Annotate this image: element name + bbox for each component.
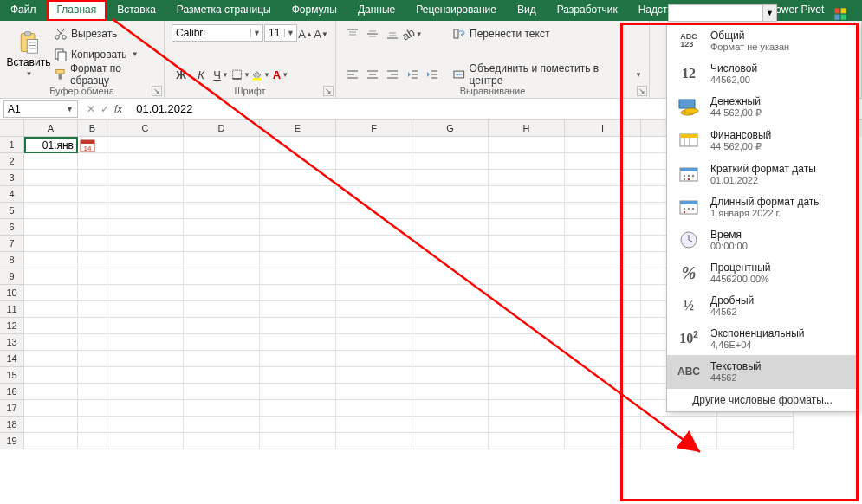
dialog-launcher-icon[interactable]: ↘ [152,86,162,96]
cell[interactable] [184,236,260,252]
cell[interactable] [260,318,336,334]
cell[interactable] [336,334,412,351]
cell[interactable] [24,367,78,384]
smart-tag-icon[interactable]: 14 [80,138,97,152]
cell[interactable] [260,153,336,170]
cell[interactable] [107,285,184,301]
cell[interactable] [78,400,107,417]
align-bottom-button[interactable] [383,24,402,43]
cell[interactable] [336,236,412,252]
col-header-A[interactable]: A [24,120,78,137]
cell[interactable] [24,318,78,334]
cell[interactable] [260,367,336,384]
cell[interactable] [260,170,336,186]
cell[interactable] [107,203,184,219]
cell[interactable] [260,400,336,417]
cell[interactable] [336,170,412,186]
cell[interactable] [489,433,565,449]
cell[interactable] [565,384,641,400]
copy-button[interactable]: Копировать▼ [54,45,157,64]
cell[interactable] [78,268,107,285]
italic-button[interactable]: К [191,65,211,84]
cell[interactable] [489,219,565,236]
cell[interactable] [107,318,184,334]
number-format-longdate[interactable]: Длинный формат даты1 января 2022 г. [667,191,858,223]
tab-file[interactable]: Файл [0,0,47,21]
cell[interactable] [107,334,184,351]
cell[interactable] [78,367,107,384]
col-header-I[interactable]: I [565,120,641,137]
number-format-more[interactable]: Другие числовые форматы... [667,388,858,411]
row-header-18[interactable]: 18 [0,417,24,433]
col-header-G[interactable]: G [412,120,489,137]
row-headers[interactable]: 12345678910111213141516171819 [0,137,24,449]
bold-button[interactable]: Ж [172,65,191,84]
cell[interactable] [336,285,412,301]
cell[interactable] [565,351,641,367]
cell[interactable] [260,285,336,301]
cell[interactable] [107,351,184,367]
cell[interactable] [412,153,489,170]
cell[interactable] [412,268,489,285]
cell[interactable] [336,153,412,170]
cell[interactable] [565,301,641,318]
row-header-7[interactable]: 7 [0,236,24,252]
row-header-2[interactable]: 2 [0,153,24,170]
conditional-formatting-button[interactable] [831,4,850,23]
cell[interactable] [24,153,78,170]
cell[interactable] [24,334,78,351]
cell[interactable] [412,334,489,351]
cell[interactable] [336,367,412,384]
cell[interactable] [641,433,717,449]
row-header-5[interactable]: 5 [0,203,24,219]
number-format-number[interactable]: 12Числовой44562,00 [667,57,858,90]
cell[interactable] [260,186,336,203]
select-all-corner[interactable] [0,120,24,137]
border-button[interactable]: ▼ [231,65,250,84]
cell[interactable] [24,285,78,301]
cell[interactable] [717,433,794,449]
cell[interactable] [24,252,78,268]
cell[interactable] [24,351,78,367]
chevron-down-icon[interactable]: ▼ [250,29,262,37]
cell[interactable] [184,252,260,268]
cell[interactable] [184,384,260,400]
cell[interactable] [78,236,107,252]
number-format-accounting[interactable]: Финансовый 44 562,00 ₽ [667,124,858,158]
underline-button[interactable]: Ч▼ [211,65,230,84]
cell[interactable] [336,186,412,203]
row-header-9[interactable]: 9 [0,268,24,285]
cell[interactable] [565,170,641,186]
cell[interactable] [489,236,565,252]
col-header-C[interactable]: C [107,120,184,137]
cell[interactable] [565,203,641,219]
cell[interactable] [412,236,489,252]
row-header-17[interactable]: 17 [0,400,24,417]
cell[interactable] [336,137,412,153]
tab-home[interactable]: Главная [47,0,107,21]
cell[interactable] [412,318,489,334]
cell[interactable] [260,384,336,400]
chevron-down-icon[interactable]: ▼ [66,105,74,113]
cell[interactable] [336,301,412,318]
col-header-H[interactable]: H [489,120,565,137]
enter-icon[interactable]: ✓ [100,103,109,115]
cell[interactable] [412,384,489,400]
cell[interactable] [184,351,260,367]
cell[interactable] [336,400,412,417]
chevron-down-icon[interactable]: ▼ [762,5,776,21]
cell[interactable] [489,417,565,433]
number-format-shortdate[interactable]: Краткий формат даты01.01.2022 [667,158,858,191]
align-middle-button[interactable] [363,24,382,43]
cell[interactable] [24,170,78,186]
align-top-button[interactable] [343,24,362,43]
cell[interactable] [489,400,565,417]
cell[interactable] [24,433,78,449]
cell[interactable] [78,384,107,400]
cell[interactable] [184,170,260,186]
cell[interactable] [336,268,412,285]
cell[interactable] [184,153,260,170]
cell[interactable] [565,400,641,417]
font-size-input[interactable] [265,27,284,39]
cell[interactable] [107,400,184,417]
